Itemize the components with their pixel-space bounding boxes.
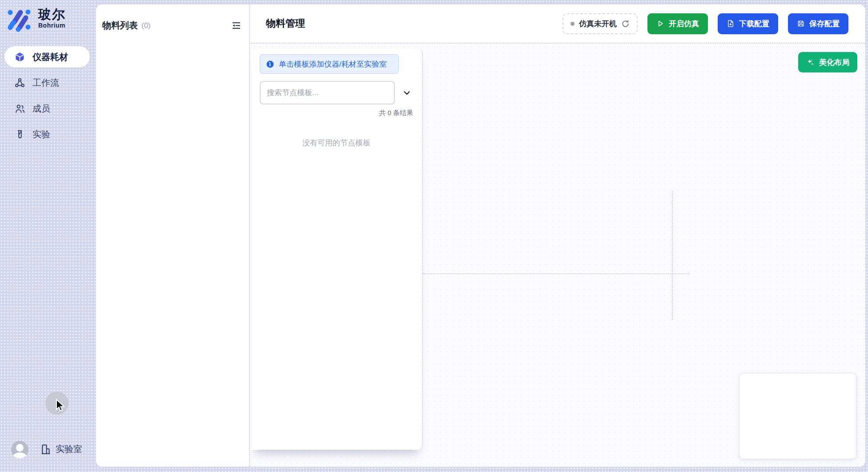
save-icon	[797, 20, 805, 28]
canvas-guide-line-horizontal	[423, 273, 690, 274]
canvas-guide-line-vertical	[672, 191, 673, 320]
file-download-icon	[727, 20, 735, 28]
cube-icon	[14, 52, 25, 63]
play-icon	[656, 20, 664, 28]
start-simulation-button[interactable]: 开启仿真	[647, 13, 708, 34]
workflow-icon	[14, 77, 25, 88]
mouse-cursor	[54, 399, 66, 413]
template-hint-text: 单击模板添加仪器/耗材至实验室	[279, 59, 387, 69]
sidebar-nav: 仪器耗材 工作流 成员	[4, 46, 90, 145]
brand-subtitle: Bohrium	[38, 22, 66, 29]
page-header: 物料管理 仿真未开机 开启仿真	[251, 4, 865, 44]
members-icon	[14, 103, 25, 114]
sidebar-item-instruments[interactable]: 仪器耗材	[4, 46, 90, 68]
template-search-row	[260, 81, 413, 104]
experiment-icon	[14, 129, 25, 140]
expand-filters-button[interactable]	[401, 87, 413, 99]
refresh-status-icon[interactable]	[621, 20, 630, 28]
app-sidebar: 玻尔 Bohrium 仪器耗材	[0, 0, 96, 472]
sidebar-item-label: 工作流	[32, 77, 59, 89]
main-content-card: 物料列表 (0) 物料管理 仿真未开机	[96, 4, 865, 467]
beautify-layout-button[interactable]: 美化布局	[798, 52, 857, 72]
header-actions: 仿真未开机 开启仿真	[563, 13, 848, 34]
sparkles-icon	[806, 58, 815, 67]
brand-logo: 玻尔 Bohrium	[6, 7, 66, 32]
search-result-count: 共 0 条结果	[260, 109, 413, 117]
empty-template-message: 没有可用的节点模板	[251, 138, 422, 148]
materials-list-header: 物料列表 (0)	[102, 20, 242, 32]
save-config-button[interactable]: 保存配置	[788, 13, 848, 34]
status-dot	[571, 22, 575, 26]
materials-list-count: (0)	[141, 21, 151, 30]
materials-list-title: 物料列表	[102, 20, 138, 32]
collapse-panel-icon	[231, 20, 241, 31]
sidebar-item-members[interactable]: 成员	[4, 98, 90, 119]
sidebar-footer: 实验室	[0, 441, 96, 459]
download-config-button[interactable]: 下载配置	[718, 13, 778, 34]
lab-building-icon	[40, 444, 52, 455]
chevron-down-icon	[402, 88, 411, 97]
avatar[interactable]	[11, 441, 28, 458]
bohrium-logo-icon	[6, 7, 31, 32]
lab-label: 实验室	[56, 443, 82, 455]
sidebar-item-label: 成员	[32, 103, 50, 115]
sidebar-item-label: 仪器耗材	[32, 51, 68, 63]
materials-list-panel: 物料列表 (0)	[96, 4, 250, 467]
template-panel: 单击模板添加仪器/耗材至实验室 共 0 条结果 没有可用的节点模板	[251, 49, 423, 450]
canvas[interactable]: 单击模板添加仪器/耗材至实验室 共 0 条结果 没有可用的节点模板	[251, 44, 865, 467]
sidebar-item-workflow[interactable]: 工作流	[4, 72, 90, 93]
page-region: 物料管理 仿真未开机 开启仿真	[251, 4, 865, 467]
brand-title: 玻尔	[38, 7, 66, 22]
simulation-status-text: 仿真未开机	[579, 19, 617, 29]
minimap[interactable]	[739, 373, 856, 459]
simulation-status-pill: 仿真未开机	[563, 13, 638, 34]
page-title: 物料管理	[266, 17, 305, 30]
collapse-panel-button[interactable]	[230, 20, 242, 32]
template-hint-banner: 单击模板添加仪器/耗材至实验室	[260, 54, 399, 74]
template-search-input[interactable]	[260, 81, 395, 104]
sidebar-item-label: 实验	[32, 128, 50, 140]
lab-button[interactable]: 实验室	[40, 443, 82, 455]
info-icon	[266, 60, 274, 68]
sidebar-item-experiment[interactable]: 实验	[4, 124, 90, 145]
